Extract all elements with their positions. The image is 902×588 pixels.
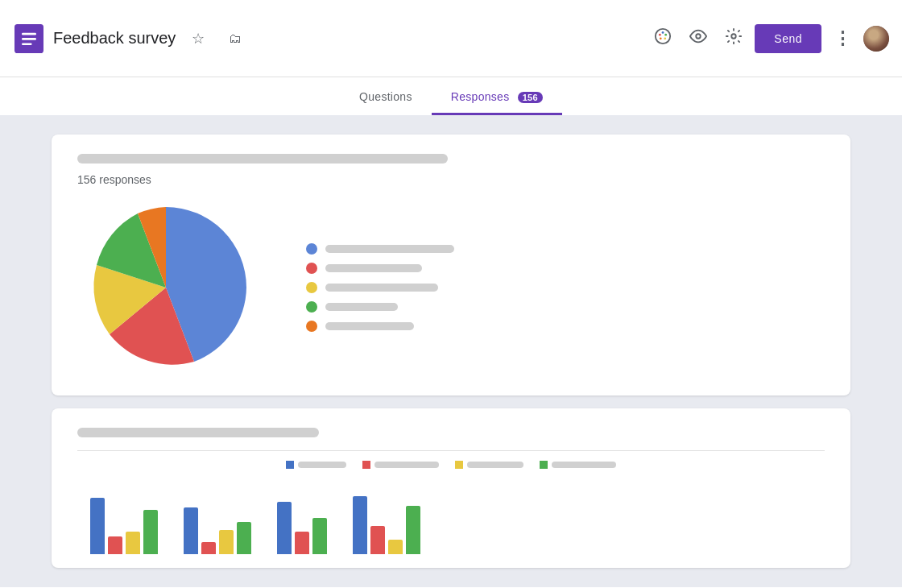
legend-item-yellow xyxy=(306,282,825,293)
bar-legend-square-yellow xyxy=(455,461,463,469)
svg-point-10 xyxy=(697,34,701,39)
bar-chart xyxy=(77,482,825,554)
legend-dot-yellow xyxy=(306,282,317,293)
tab-responses[interactable]: Responses 156 xyxy=(432,81,562,115)
pie-chart-card: 156 responses xyxy=(52,135,850,395)
svg-point-4 xyxy=(656,29,670,43)
legend-bar-red xyxy=(325,264,422,272)
palette-icon xyxy=(654,27,672,49)
main-content: 156 responses xyxy=(0,115,902,587)
bar-1-yellow xyxy=(126,532,140,554)
bar-legend-item-red xyxy=(362,461,439,469)
app-header: Feedback survey ☆ 🗂 xyxy=(0,0,902,77)
chart-section xyxy=(77,199,825,376)
svg-point-8 xyxy=(664,37,667,39)
divider xyxy=(77,450,825,451)
bar-1-green xyxy=(143,510,158,554)
svg-rect-2 xyxy=(22,38,36,40)
header-left: Feedback survey ☆ 🗂 xyxy=(13,23,648,55)
svg-rect-1 xyxy=(22,32,36,35)
legend-bar-blue xyxy=(325,245,454,253)
svg-point-5 xyxy=(659,34,661,36)
palette-button[interactable] xyxy=(648,24,677,53)
legend-item-orange xyxy=(306,321,825,332)
legend-dot-blue xyxy=(306,243,317,255)
svg-point-11 xyxy=(732,34,737,39)
response-badge: 156 xyxy=(518,92,543,103)
more-button[interactable]: ⋮ xyxy=(828,24,857,53)
response-count: 156 responses xyxy=(77,173,825,186)
bar-legend-item-yellow xyxy=(455,461,523,469)
send-button[interactable]: Send xyxy=(755,24,821,53)
bar-legend-square-red xyxy=(362,461,370,469)
more-icon: ⋮ xyxy=(834,30,851,48)
pie-legend xyxy=(306,243,825,332)
bar-legend-square-green xyxy=(540,461,548,469)
svg-point-7 xyxy=(665,34,668,36)
bar-chart-card xyxy=(52,408,850,568)
folder-button[interactable]: 🗂 xyxy=(221,24,250,53)
bar-group-3 xyxy=(277,502,327,554)
bar-group-4 xyxy=(353,496,420,554)
bar-legend-label-red xyxy=(374,462,439,468)
star-icon: ☆ xyxy=(192,30,205,48)
avatar[interactable] xyxy=(863,26,889,52)
page-title: Feedback survey xyxy=(53,29,176,48)
card2-title-placeholder xyxy=(77,428,319,437)
bar-legend-item-blue xyxy=(286,461,346,469)
bar-group-1 xyxy=(90,498,158,554)
legend-bar-yellow xyxy=(325,284,438,292)
pie-chart xyxy=(77,199,254,376)
tab-questions[interactable]: Questions xyxy=(340,81,432,115)
bar-2-yellow xyxy=(219,530,234,554)
folder-icon: 🗂 xyxy=(229,31,242,46)
svg-point-9 xyxy=(660,37,662,39)
bar-3-green xyxy=(312,518,327,554)
bar-legend-label-blue xyxy=(298,462,346,468)
bar-legend-square-blue xyxy=(286,461,294,469)
legend-item-blue xyxy=(306,243,825,255)
bar-legend-label-green xyxy=(552,462,616,468)
legend-dot-red xyxy=(306,263,317,274)
star-button[interactable]: ☆ xyxy=(184,24,213,53)
bar-legend-item-green xyxy=(540,461,616,469)
bar-3-blue xyxy=(277,502,292,554)
bar-1-blue xyxy=(90,498,105,554)
header-right: Send ⋮ xyxy=(648,24,889,53)
svg-rect-3 xyxy=(22,43,32,45)
svg-point-6 xyxy=(662,31,664,34)
avatar-image xyxy=(863,26,889,52)
gear-icon xyxy=(725,27,743,49)
legend-bar-orange xyxy=(325,322,414,330)
bar-legend-label-yellow xyxy=(467,462,523,468)
bar-3-red xyxy=(295,532,309,554)
bar-4-red xyxy=(370,526,385,554)
bar-2-green xyxy=(237,522,251,554)
legend-bar-green xyxy=(325,303,398,311)
bar-4-yellow xyxy=(388,540,403,554)
legend-item-green xyxy=(306,301,825,313)
legend-dot-orange xyxy=(306,321,317,332)
bar-2-blue xyxy=(184,507,198,554)
bar-2-red xyxy=(201,542,216,554)
bar-4-green xyxy=(406,506,420,554)
tab-bar: Questions Responses 156 xyxy=(0,77,902,115)
bar-4-blue xyxy=(353,496,367,554)
bar-legend xyxy=(77,461,825,469)
settings-button[interactable] xyxy=(719,24,748,53)
legend-item-red xyxy=(306,263,825,274)
eye-icon xyxy=(689,27,707,49)
legend-dot-green xyxy=(306,301,317,313)
preview-button[interactable] xyxy=(684,24,713,53)
bar-1-red xyxy=(108,536,122,554)
card1-title-placeholder xyxy=(77,154,448,164)
form-icon xyxy=(13,23,45,55)
bar-group-2 xyxy=(184,507,251,554)
